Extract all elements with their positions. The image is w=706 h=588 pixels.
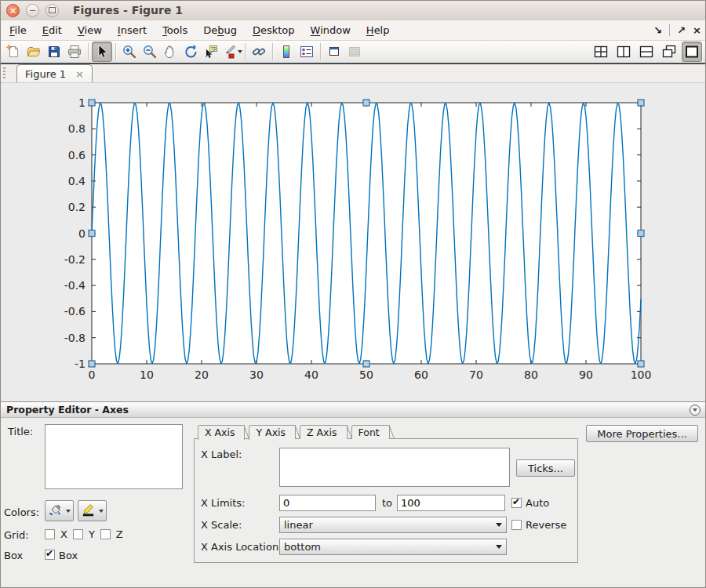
toolbar-data-cursor-button[interactable]	[201, 42, 221, 62]
more-properties-button[interactable]: More Properties...	[586, 425, 698, 442]
x-tick-label: 90	[579, 368, 593, 381]
x-limits-min-input[interactable]	[279, 495, 376, 511]
toolbar-layout-grid-button[interactable]	[591, 42, 611, 62]
x-tick-label: 10	[140, 368, 154, 381]
y-tick-label: -0.2	[64, 253, 86, 266]
selection-handle[interactable]	[89, 230, 95, 237]
toolbar-layout-float-button[interactable]	[659, 42, 679, 62]
property-editor-body: Title: Colors: Grid: XYZ Box Box X AxisY…	[0, 418, 706, 587]
toolbar-zoom-out-button[interactable]	[140, 42, 160, 62]
x-scale-reverse-checkbox[interactable]	[511, 520, 522, 530]
ticks-button[interactable]: Ticks...	[516, 459, 575, 477]
toolbar-save-figure-button[interactable]	[44, 42, 64, 62]
panel-collapse-button[interactable]	[690, 405, 701, 416]
menu-item-view[interactable]: View	[70, 20, 110, 40]
x-scale-combo[interactable]: linear	[279, 517, 507, 533]
menu-item-help[interactable]: Help	[358, 20, 398, 40]
selection-handle[interactable]	[638, 230, 644, 237]
selection-handle[interactable]	[638, 100, 644, 106]
toolbar-layout-columns-button[interactable]	[613, 42, 634, 62]
toolbar-insert-legend-button[interactable]	[297, 42, 317, 62]
x-tick-label: 60	[414, 368, 428, 381]
menu-item-edit[interactable]: Edit	[35, 20, 70, 40]
toolbar-brush-data-button[interactable]	[221, 42, 242, 62]
menu-item-debug[interactable]: Debug	[195, 20, 245, 40]
x-axis-tab-panel: X Label: Ticks... X Limits: to Auto X Sc…	[194, 438, 578, 563]
close-window-button[interactable]: ×	[6, 4, 20, 17]
axes-title-textarea[interactable]	[45, 424, 183, 489]
x-limits-label: X Limits:	[201, 497, 245, 509]
toolbar-edit-plot-button[interactable]	[92, 42, 112, 62]
toolbar-new-figure-button[interactable]	[3, 42, 24, 62]
pe-tab-y-axis[interactable]: Y Axis	[249, 425, 296, 439]
toolbar-rotate-3d-button[interactable]	[180, 42, 201, 62]
selection-handle[interactable]	[363, 361, 369, 367]
menu-item-insert[interactable]: Insert	[110, 20, 155, 40]
maximize-window-button[interactable]	[45, 4, 59, 17]
toolbar-insert-colorbar-button[interactable]	[276, 42, 297, 62]
x-label-textarea[interactable]	[279, 448, 510, 487]
y-tick-label: -0.8	[64, 332, 86, 344]
close-tab-icon[interactable]: ×	[75, 69, 84, 79]
pe-tab-label: Z Axis	[307, 426, 337, 438]
menu-item-file[interactable]: File	[2, 20, 35, 40]
toolbar-layout-maximized-button[interactable]	[682, 42, 702, 62]
axes-title-label: Title:	[8, 426, 33, 437]
zoom-in-icon	[122, 44, 137, 60]
chevron-down-icon	[693, 408, 697, 412]
pe-tab-z-axis[interactable]: Z Axis	[300, 425, 347, 439]
menu-item-window[interactable]: Window	[303, 20, 358, 40]
undock-figure-button[interactable]: ↗	[677, 25, 686, 35]
tab-figure-1[interactable]: Figure 1×	[16, 64, 93, 82]
fill-color-button[interactable]	[45, 500, 74, 521]
toolbar-separator	[88, 43, 89, 60]
x-tick-label: 20	[195, 368, 209, 381]
x-limits-auto-checkbox[interactable]	[511, 498, 522, 508]
tab-bar-grip[interactable]	[3, 67, 5, 79]
menu-item-desktop[interactable]: Desktop	[245, 20, 303, 40]
selection-handle[interactable]	[638, 361, 644, 367]
menu-item-tools[interactable]: Tools	[155, 20, 195, 40]
grid-label: Grid:	[4, 529, 29, 541]
x-axis-location-combo[interactable]: bottom	[279, 539, 507, 555]
selection-handle[interactable]	[89, 100, 95, 106]
y-tick-label: 0	[78, 227, 86, 240]
box-label: Box	[4, 550, 23, 561]
property-editor-header: Property Editor - Axes	[0, 401, 706, 418]
x-scale-label: X Scale:	[201, 519, 242, 531]
pe-tab-label: Y Axis	[256, 426, 286, 438]
hand-icon	[162, 44, 178, 60]
grid-2x2-icon	[593, 44, 609, 60]
pe-tab-label: Font	[358, 426, 380, 438]
open-folder-icon	[26, 44, 42, 60]
toolbar-link-plot-button[interactable]	[249, 42, 269, 62]
selection-handle[interactable]	[89, 361, 95, 367]
pe-tab-font[interactable]: Font	[351, 425, 390, 439]
minimize-window-button[interactable]: −	[26, 4, 39, 17]
toolbar-print-figure-button[interactable]	[64, 42, 85, 62]
toolbar-zoom-in-button[interactable]	[119, 42, 140, 62]
grid-z-checkbox[interactable]	[100, 529, 111, 539]
x-limits-max-input[interactable]	[397, 495, 505, 511]
close-figure-button[interactable]: ×	[693, 25, 701, 35]
figure-area: 0102030405060708090100-1-0.8-0.6-0.4-0.2…	[0, 83, 706, 401]
colors-label: Colors:	[4, 506, 39, 518]
grid-y-checkbox[interactable]	[73, 529, 83, 539]
toolbar-open-file-button[interactable]	[24, 42, 44, 62]
y-tick-label: 0.2	[68, 201, 86, 213]
toolbar-layout-rows-button[interactable]	[636, 42, 657, 62]
pe-tab-label: X Axis	[205, 426, 235, 438]
line-color-button[interactable]	[78, 500, 107, 521]
toolbar-hide-plot-tools-button[interactable]	[324, 42, 344, 62]
tab-slant-divider	[384, 426, 395, 439]
dock-figure-button[interactable]: ↘	[653, 25, 662, 35]
grid-y-wrap: Y	[73, 528, 95, 540]
box-checkbox[interactable]	[45, 550, 55, 560]
selection-handle[interactable]	[363, 100, 369, 106]
maximize-icon	[49, 7, 56, 13]
toolbar-pan-button[interactable]	[160, 42, 180, 62]
figure-canvas: 0102030405060708090100-1-0.8-0.6-0.4-0.2…	[0, 83, 706, 401]
grid-x-checkbox[interactable]	[45, 529, 55, 539]
pe-tab-x-axis[interactable]: X Axis	[198, 425, 245, 440]
tab-slant-divider	[340, 426, 351, 439]
